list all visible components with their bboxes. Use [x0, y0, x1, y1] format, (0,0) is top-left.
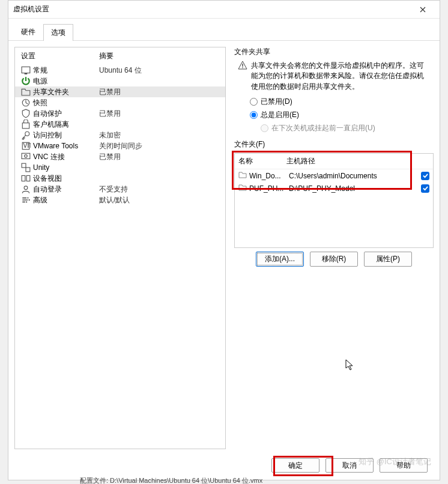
vnc-icon — [21, 153, 31, 161]
folder-row[interactable]: PUF_PH...D:\PUF_PHY_Model — [235, 182, 433, 195]
remove-folder-button[interactable]: 移除(R) — [310, 252, 358, 267]
snapshot-icon — [21, 98, 31, 107]
svg-rect-11 — [22, 175, 25, 181]
radio-disabled[interactable]: 已禁用(D) — [250, 97, 434, 107]
folder-enabled-checkbox[interactable] — [421, 172, 429, 180]
unity-icon — [21, 163, 31, 172]
folders-group: 文件夹(F) 名称 主机路径 Win_Do...C:\Users\admin\D… — [234, 139, 434, 267]
setting-value: Ubuntu 64 位 — [99, 65, 219, 76]
setting-label: VMware Tools — [33, 142, 99, 150]
setting-label: 电源 — [33, 76, 99, 86]
setting-row-vnc[interactable]: VNC 连接已禁用 — [15, 151, 225, 162]
radio-always-input[interactable] — [250, 111, 258, 119]
svg-rect-12 — [26, 175, 30, 181]
settings-header: 设置 摘要 — [15, 47, 225, 65]
autologon-icon — [21, 185, 31, 193]
close-button[interactable] — [411, 1, 435, 18]
config-file-footer: 配置文件: D:\Virtual Machines\Ubuntu 64 位\Ub… — [80, 476, 262, 484]
folder-enabled-checkbox[interactable] — [421, 184, 429, 193]
radio-until[interactable]: 在下次关机或挂起前一直启用(U) — [250, 123, 434, 133]
right-panel: 文件夹共享 共享文件夹会将您的文件显示给虚拟机中的程序。这可能为您的计算机和数据… — [234, 47, 434, 449]
shared-folders-icon — [21, 88, 31, 96]
radio-until-label: 在下次关机或挂起前一直启用(U) — [271, 123, 375, 133]
cursor-icon — [345, 359, 354, 373]
folder-icon — [238, 171, 247, 181]
properties-button[interactable]: 属性(P) — [364, 252, 412, 267]
folder-buttons: 添加(A)... 移除(R) 属性(P) — [234, 252, 434, 267]
setting-row-shared-folders[interactable]: 共享文件夹已禁用 — [15, 86, 225, 97]
folders-listbox[interactable]: 名称 主机路径 Win_Do...C:\Users\admin\Document… — [234, 153, 434, 248]
setting-row-auto-protect[interactable]: 自动保护已禁用 — [15, 108, 225, 119]
svg-rect-17 — [242, 64, 243, 67]
ok-button[interactable]: 确定 — [271, 458, 319, 473]
setting-row-general[interactable]: 常规Ubuntu 64 位 — [15, 65, 225, 76]
titlebar: 虚拟机设置 — [8, 1, 440, 19]
folder-path: D:\PUF_PHY_Model — [289, 184, 419, 193]
svg-rect-0 — [22, 67, 30, 73]
setting-value: 已禁用 — [99, 87, 219, 97]
settings-list: 常规Ubuntu 64 位电源共享文件夹已禁用快照自动保护已禁用客户机隔离访问控… — [15, 65, 225, 205]
setting-row-advanced[interactable]: 高级默认/默认 — [15, 195, 225, 205]
svg-rect-3 — [22, 123, 29, 129]
radio-disabled-input[interactable] — [250, 98, 258, 106]
col-summary: 摘要 — [99, 51, 219, 61]
svg-rect-10 — [26, 168, 30, 172]
col-setting: 设置 — [21, 51, 99, 61]
tab-hardware[interactable]: 硬件 — [13, 23, 43, 40]
setting-row-unity[interactable]: Unity — [15, 162, 225, 173]
setting-row-snapshot[interactable]: 快照 — [15, 97, 225, 108]
svg-text:vm: vm — [23, 141, 31, 150]
setting-label: 常规 — [33, 65, 99, 76]
setting-label: 共享文件夹 — [33, 87, 99, 97]
add-folder-button[interactable]: 添加(A)... — [256, 252, 304, 267]
setting-label: 自动保护 — [33, 109, 99, 119]
device-view-icon — [21, 174, 31, 183]
radio-disabled-label: 已禁用(D) — [261, 97, 292, 107]
content-area: 设置 摘要 常规Ubuntu 64 位电源共享文件夹已禁用快照自动保护已禁用客户… — [8, 41, 440, 455]
setting-label: 自动登录 — [33, 184, 99, 195]
setting-row-device-view[interactable]: 设备视图 — [15, 173, 225, 184]
setting-row-autologon[interactable]: 自动登录不受支持 — [15, 184, 225, 195]
folder-row[interactable]: Win_Do...C:\Users\admin\Documents — [235, 169, 433, 182]
access-control-icon — [21, 131, 31, 139]
folders-col-name: 名称 — [238, 156, 286, 166]
svg-rect-9 — [22, 163, 26, 168]
radio-always[interactable]: 总是启用(E) — [250, 110, 434, 120]
folder-icon — [238, 183, 247, 193]
setting-label: VNC 连接 — [33, 152, 99, 162]
setting-value: 未加密 — [99, 130, 219, 141]
watermark: 知乎 @IC设计者笔记 — [359, 456, 431, 467]
setting-row-vmware-tools[interactable]: vmVMware Tools关闭时间同步 — [15, 141, 225, 151]
warning-text: 共享文件夹会将您的文件显示给虚拟机中的程序。这可能为您的计算机和数据带来风险。请… — [251, 61, 430, 92]
svg-point-15 — [29, 199, 30, 201]
setting-label: 客户机隔离 — [33, 119, 99, 130]
radio-always-label: 总是启用(E) — [261, 110, 299, 120]
tab-options[interactable]: 选项 — [43, 24, 73, 41]
svg-point-16 — [26, 201, 27, 202]
setting-value: 默认/默认 — [99, 195, 219, 205]
tab-bar: 硬件 选项 — [8, 19, 440, 41]
settings-list-panel: 设置 摘要 常规Ubuntu 64 位电源共享文件夹已禁用快照自动保护已禁用客户… — [14, 47, 226, 449]
general-icon — [21, 66, 31, 74]
folder-path: C:\Users\admin\Documents — [289, 172, 419, 180]
auto-protect-icon — [21, 109, 31, 118]
folders-header: 名称 主机路径 — [235, 154, 433, 169]
svg-point-14 — [27, 197, 28, 198]
vmware-tools-icon: vm — [21, 142, 31, 150]
share-group-title: 文件夹共享 — [234, 47, 434, 57]
warning-row: 共享文件夹会将您的文件显示给虚拟机中的程序。这可能为您的计算机和数据带来风险。请… — [234, 61, 434, 97]
vm-settings-dialog: 虚拟机设置 硬件 选项 设置 摘要 常规Ubuntu 64 位电源共享文件夹已禁… — [8, 0, 440, 480]
setting-label: 设备视图 — [33, 174, 99, 184]
setting-value: 不受支持 — [99, 184, 219, 195]
power-icon — [21, 77, 31, 85]
setting-row-access-control[interactable]: 访问控制未加密 — [15, 130, 225, 141]
guest-isolation-icon — [21, 120, 31, 129]
folders-col-path: 主机路径 — [286, 156, 429, 166]
setting-row-power[interactable]: 电源 — [15, 76, 225, 86]
radio-group: 已禁用(D) 总是启用(E) 在下次关机或挂起前一直启用(U) — [234, 97, 434, 133]
advanced-icon — [21, 196, 31, 204]
svg-point-8 — [25, 155, 28, 158]
dialog-title: 虚拟机设置 — [13, 4, 411, 14]
setting-row-guest-isolation[interactable]: 客户机隔离 — [15, 119, 225, 130]
svg-rect-18 — [242, 67, 243, 68]
